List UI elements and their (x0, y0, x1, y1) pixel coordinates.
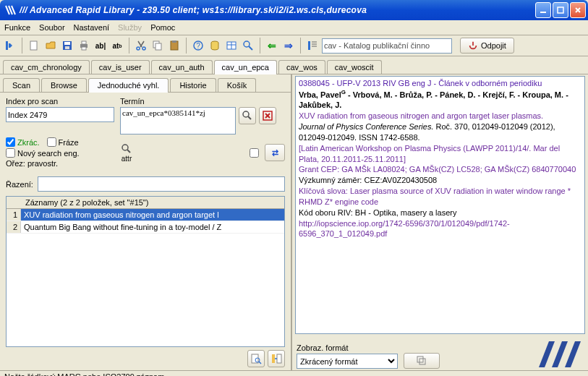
extra-checkbox[interactable] (250, 148, 259, 158)
svg-rect-6 (65, 46, 69, 49)
field-atb-icon[interactable]: atb (110, 38, 124, 53)
menu-funkce[interactable]: Funkce (4, 23, 30, 32)
menubar: Funkce Soubor Nastavení Služby Pomoc (0, 20, 588, 35)
svg-rect-2 (6, 41, 8, 50)
detail-code: Kód oboru RIV: BH - Optika, masery a las… (299, 208, 581, 218)
index-label: Index pro scan (6, 97, 114, 106)
detail-conference: [Latin American Workshop on Plasma Physi… (299, 143, 581, 165)
db-icon[interactable] (208, 38, 222, 53)
forward-icon[interactable]: ⇒ (281, 38, 296, 53)
svg-rect-0 (540, 12, 546, 13)
svg-line-30 (248, 116, 251, 119)
tab-cav-un-auth[interactable]: cav_un_auth (151, 60, 213, 74)
search-pane: Scan Browse Jednoduché vyhl. Historie Ko… (0, 74, 292, 370)
zkrac-checkbox[interactable]: Zkrác. (6, 137, 40, 147)
record-row[interactable]: 2 Quantum Big Bang without fine-tuning i… (7, 221, 284, 234)
db-tabs: cav_cm_chronology cav_is_user cav_un_aut… (0, 56, 588, 74)
svg-point-29 (243, 111, 249, 117)
svg-line-33 (127, 150, 130, 153)
save-icon[interactable] (60, 38, 74, 53)
titlebar: /// Advanced Rapid Library - z39.50 clie… (0, 0, 588, 20)
app-icon (5, 4, 17, 16)
field-abi-icon[interactable]: ab| (93, 38, 108, 53)
disconnect-button[interactable]: Odpojit (460, 38, 514, 54)
arl-logo (446, 338, 584, 369)
maximize-button[interactable] (553, 2, 568, 18)
menu-nastaveni[interactable]: Nastavení (74, 23, 110, 32)
detail-button[interactable] (247, 350, 265, 367)
back-icon[interactable]: ⇐ (265, 38, 279, 53)
detail-grant: Grant CEP: GA MŠk LA08024; GA MŠk(CZ) LC… (299, 164, 581, 175)
tab-cav-un-epca[interactable]: cav_un_epca (214, 60, 277, 74)
copy-icon[interactable] (150, 38, 165, 53)
subtab-scan[interactable]: Scan (3, 78, 40, 92)
svg-rect-39 (417, 356, 423, 362)
format-label: Zobraz. formát (297, 343, 398, 352)
print-icon[interactable] (77, 38, 91, 53)
catalog-list-icon[interactable] (305, 38, 320, 53)
open-icon[interactable] (43, 38, 58, 53)
svg-rect-3 (30, 41, 37, 50)
status-text: Načte řádkový MARC nebo ISO2709 záznam. (4, 372, 166, 376)
sort-combo[interactable] (38, 176, 285, 192)
tab-cav-cm-chronology[interactable]: cav_cm_chronology (3, 60, 90, 74)
close-button[interactable] (570, 2, 586, 18)
find-icon[interactable] (241, 38, 255, 53)
detail-title: XUV radiation from gaseous nitrogen and … (299, 111, 581, 121)
record-row[interactable]: 1 XUV radiation from gaseous nitrogen an… (7, 209, 284, 221)
svg-text:?: ? (196, 42, 200, 50)
paste-icon[interactable] (167, 38, 182, 53)
format-combo[interactable]: Zkrácený formát (297, 354, 398, 369)
catalog-combo[interactable] (322, 38, 452, 54)
fraze-checkbox[interactable]: Fráze (47, 137, 79, 147)
svg-rect-8 (82, 41, 86, 44)
tab-cav-woscit[interactable]: cav_woscit (327, 60, 382, 74)
subtab-basket[interactable]: Košík (218, 78, 257, 92)
detail-pubid: 0388045 - UFP-V 2013 RIV GB eng J - Člán… (299, 78, 581, 89)
svg-point-10 (137, 47, 140, 50)
cut-icon[interactable] (134, 38, 148, 53)
transfer-button[interactable]: ⇄ (265, 144, 285, 161)
table-icon[interactable] (224, 38, 239, 53)
svg-line-23 (249, 46, 252, 50)
toolbar-run-icon[interactable] (3, 38, 17, 53)
index-combo[interactable] (6, 107, 114, 122)
svg-rect-38 (277, 354, 281, 363)
tab-cav-is-user[interactable]: cav_is_user (91, 60, 150, 74)
menu-pomoc[interactable]: Pomoc (150, 23, 175, 32)
novy-search-checkbox[interactable]: Nový search eng. (6, 148, 114, 158)
search-subtabs: Scan Browse Jednoduché vyhl. Historie Ko… (0, 74, 291, 92)
detail-keywords: Klíčová slova: Laser plasma source of XU… (299, 186, 581, 208)
menu-soubor[interactable]: Soubor (39, 23, 64, 32)
subtab-browse[interactable]: Browse (41, 78, 87, 92)
detail-journal: Journal of Physics Conference Series. Ro… (299, 121, 581, 143)
detail-authors: Vrba, PavelG - Vrbová, M. - Brůža, P. - … (299, 89, 581, 111)
clear-button[interactable] (259, 107, 276, 124)
menu-sluzby: Služby (118, 23, 142, 32)
svg-rect-34 (252, 354, 258, 363)
subtab-history[interactable]: Historie (170, 78, 216, 92)
export-button[interactable] (268, 350, 285, 367)
copy-detail-button[interactable] (404, 353, 440, 369)
help-icon[interactable]: ? (191, 38, 205, 53)
term-input[interactable] (120, 107, 236, 134)
orez-label: Ořez: pravostr. (6, 159, 114, 168)
svg-rect-13 (155, 43, 161, 50)
svg-rect-40 (419, 359, 425, 364)
subtab-simple-search[interactable]: Jednoduché vyhl. (88, 78, 169, 93)
attr-icon[interactable] (120, 143, 133, 155)
svg-point-22 (244, 41, 250, 47)
svg-rect-24 (308, 41, 310, 50)
search-button[interactable] (239, 107, 256, 124)
record-detail: 0388045 - UFP-V 2013 RIV GB eng J - Člán… (295, 76, 585, 334)
records-list: Záznamy (2 z 2 položek, set "#15") 1 XUV… (6, 196, 285, 347)
detail-vyzkum: Výzkumný záměr: CEZ:AV0Z20430508 (299, 175, 581, 186)
svg-rect-37 (272, 354, 275, 363)
detail-url[interactable]: http://iopscience.iop.org/1742-6596/370/… (299, 218, 581, 240)
svg-point-11 (142, 47, 145, 50)
tab-cav-wos[interactable]: cav_wos (278, 60, 325, 74)
new-icon[interactable] (27, 38, 41, 53)
minimize-button[interactable] (535, 2, 551, 18)
svg-rect-1 (558, 7, 563, 13)
window-title: /// Advanced Rapid Library - z39.50 clie… (20, 5, 535, 15)
